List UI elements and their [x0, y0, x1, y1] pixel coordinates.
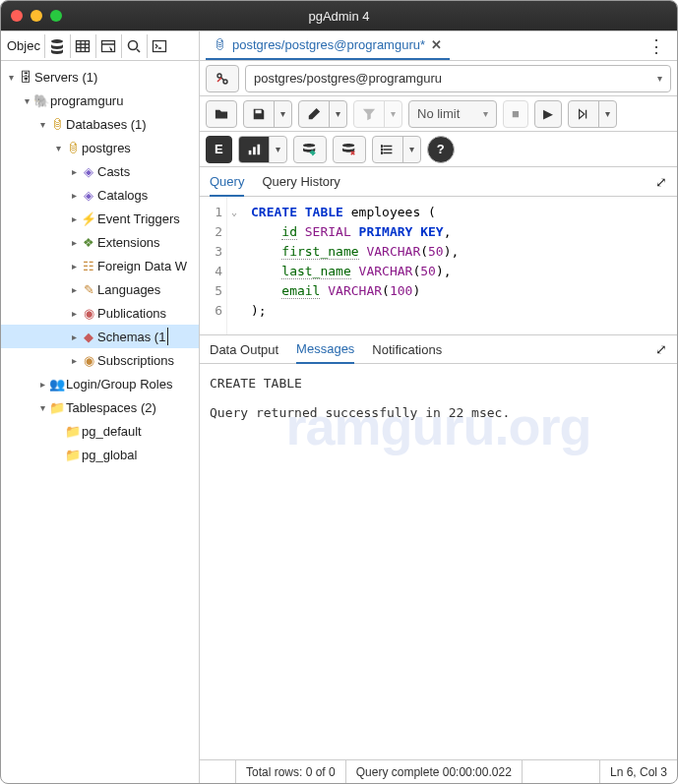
tab-messages[interactable]: Messages: [296, 335, 354, 364]
help-button[interactable]: ?: [427, 136, 455, 163]
row-limit-selector[interactable]: No limit▾: [408, 100, 497, 128]
tree-publications[interactable]: ▸◉Publications: [1, 301, 199, 325]
expand-editor-icon[interactable]: ⤢: [655, 174, 667, 190]
tab-query[interactable]: Query: [210, 168, 244, 197]
message-line: CREATE TABLE: [210, 376, 667, 391]
rollback-button[interactable]: [333, 136, 366, 163]
statusbar: Total rows: 0 of 0 Query complete 00:00:…: [200, 759, 677, 783]
status-rows: Total rows: 0 of 0: [235, 760, 346, 783]
main-tabbar: 🛢 postgres/postgres@programguru* ✕ ⋮: [200, 31, 677, 61]
svg-point-11: [223, 80, 227, 84]
tree-languages[interactable]: ▸✎Languages: [1, 277, 199, 301]
connection-selector[interactable]: postgres/postgres@programguru ▾: [245, 65, 671, 92]
tree-ts-default[interactable]: 📁pg_default: [1, 419, 199, 443]
tree-extensions[interactable]: ▸❖Extensions: [1, 230, 199, 254]
tree-subscriptions[interactable]: ▸◉Subscriptions: [1, 348, 199, 372]
tab-close-icon[interactable]: ✕: [431, 37, 442, 52]
explain-button[interactable]: ▾: [568, 100, 617, 128]
tree-catalogs[interactable]: ▸◈Catalogs: [1, 183, 199, 207]
svg-point-10: [217, 74, 221, 78]
svg-point-22: [381, 151, 383, 153]
explain-analyze-button[interactable]: E: [206, 136, 232, 163]
object-tree[interactable]: ▾🗄Servers (1) ▾🐘programguru ▾🛢Databases …: [1, 61, 199, 783]
tab-query-history[interactable]: Query History: [262, 168, 339, 195]
svg-rect-0: [77, 40, 90, 51]
svg-point-20: [381, 145, 383, 147]
chevron-down-icon: ▾: [657, 73, 662, 84]
svg-point-21: [381, 149, 383, 151]
svg-rect-14: [248, 150, 251, 153]
tree-login-roles[interactable]: ▸👥Login/Group Roles: [1, 372, 199, 395]
open-file-button[interactable]: [206, 100, 237, 128]
svg-rect-5: [102, 40, 115, 51]
code-area[interactable]: CREATE TABLE employees ( id SERIAL PRIMA…: [241, 197, 677, 334]
tree-database-postgres[interactable]: ▾🛢postgres: [1, 136, 199, 159]
filter-button[interactable]: ▾: [353, 100, 402, 128]
sql-editor[interactable]: 123456 ⌄ CREATE TABLE employees ( id SER…: [200, 197, 677, 334]
sidebar: Objec ▾🗄Servers (1) ▾🐘programguru ▾🛢Data…: [1, 31, 200, 783]
filter-rows-icon[interactable]: [95, 34, 121, 58]
view-data-icon[interactable]: [70, 34, 95, 58]
save-button[interactable]: ▾: [243, 100, 292, 128]
macros-button[interactable]: ▾: [372, 136, 421, 163]
stop-button[interactable]: ■: [503, 100, 528, 128]
toolbar-row-1: ▾ ▾ ▾ No limit▾ ■ ▶ ▾: [200, 96, 677, 132]
connection-label: postgres/postgres@programguru: [254, 71, 442, 86]
sidebar-label: Objec: [1, 38, 44, 53]
sidebar-toolbar: Objec: [1, 31, 199, 61]
titlebar: pgAdmin 4: [1, 1, 677, 30]
svg-line-8: [137, 49, 140, 52]
search-objects-icon[interactable]: [121, 34, 147, 58]
window-title: pgAdmin 4: [1, 9, 677, 24]
status-cursor-pos: Ln 6, Col 3: [599, 760, 677, 783]
connection-status-icon[interactable]: [206, 65, 239, 92]
commit-button[interactable]: [293, 136, 327, 163]
query-tab[interactable]: 🛢 postgres/postgres@programguru* ✕: [206, 32, 450, 60]
toolbar-row-2: E ▾ ▾ ?: [200, 132, 677, 167]
fold-gutter[interactable]: ⌄: [227, 197, 241, 334]
psql-tool-icon[interactable]: [147, 34, 172, 58]
tree-event-triggers[interactable]: ▸⚡Event Triggers: [1, 207, 199, 230]
edit-button[interactable]: ▾: [298, 100, 347, 128]
tree-servers[interactable]: ▾🗄Servers (1): [1, 65, 199, 89]
main-panel: 🛢 postgres/postgres@programguru* ✕ ⋮ pos…: [200, 31, 677, 783]
cursor-caret: [167, 328, 168, 345]
tree-ts-global[interactable]: 📁pg_global: [1, 443, 199, 466]
tree-schemas[interactable]: ▸◆Schemas (1: [1, 325, 199, 348]
tab-menu-icon[interactable]: ⋮: [642, 35, 671, 57]
tab-notifications[interactable]: Notifications: [372, 336, 442, 363]
tree-casts[interactable]: ▸◈Casts: [1, 159, 199, 183]
tree-databases[interactable]: ▾🛢Databases (1): [1, 112, 199, 136]
message-line: Query returned successfully in 22 msec.: [210, 405, 667, 420]
status-query-complete: Query complete 00:00:00.022: [346, 760, 523, 783]
tree-tablespaces[interactable]: ▾📁Tablespaces (2): [1, 395, 199, 419]
svg-point-7: [129, 40, 138, 49]
query-tool-icon[interactable]: [44, 34, 70, 58]
messages-output[interactable]: CREATE TABLE Query returned successfully…: [200, 364, 677, 759]
execute-button[interactable]: ▶: [534, 100, 562, 128]
query-tab-label: postgres/postgres@programguru*: [232, 37, 425, 52]
tree-server[interactable]: ▾🐘programguru: [1, 89, 199, 112]
tree-foreign-data-wrappers[interactable]: ▸☷Foreign Data W: [1, 254, 199, 277]
svg-rect-16: [257, 144, 260, 154]
svg-rect-9: [154, 40, 166, 51]
explain-options-button[interactable]: ▾: [238, 136, 287, 163]
expand-output-icon[interactable]: ⤢: [655, 341, 667, 357]
svg-rect-15: [253, 147, 256, 154]
line-gutter: 123456: [200, 197, 227, 334]
tab-data-output[interactable]: Data Output: [210, 336, 278, 363]
database-icon: 🛢: [214, 37, 226, 52]
